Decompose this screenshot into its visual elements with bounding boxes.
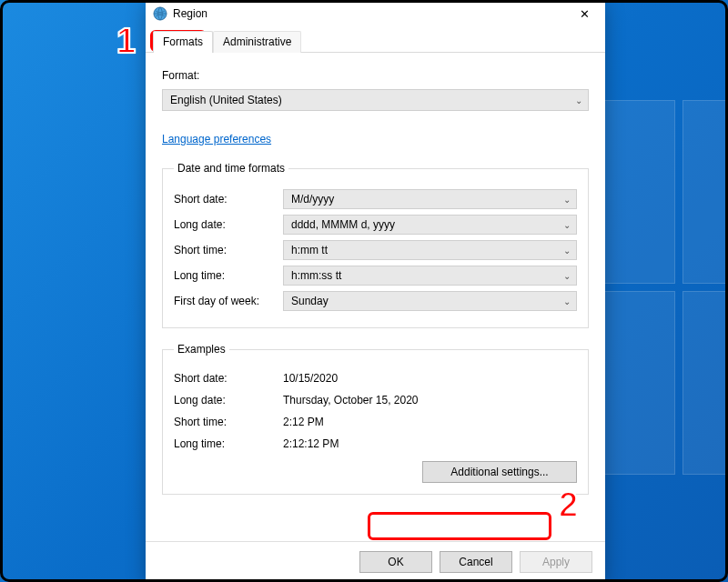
format-dropdown[interactable]: English (United States) ⌄ bbox=[162, 89, 589, 111]
globe-icon bbox=[153, 6, 167, 21]
tab-formats[interactable]: Formats bbox=[153, 31, 213, 53]
datetime-formats-group: Date and time formats Short date: M/d/yy… bbox=[162, 162, 589, 328]
short-time-label: Short time: bbox=[174, 244, 283, 256]
dialog-footer: OK Cancel Apply bbox=[146, 541, 605, 582]
chevron-down-icon: ⌄ bbox=[563, 246, 571, 256]
example-long-time-label: Long time: bbox=[174, 437, 283, 450]
example-short-time-value: 2:12 PM bbox=[283, 414, 577, 430]
example-long-date-label: Long date: bbox=[174, 394, 283, 406]
apply-button[interactable]: Apply bbox=[520, 551, 592, 573]
example-long-date-value: Thursday, October 15, 2020 bbox=[283, 392, 577, 408]
ok-button[interactable]: OK bbox=[359, 551, 432, 573]
example-short-time-label: Short time: bbox=[174, 416, 283, 428]
example-short-date-value: 10/15/2020 bbox=[283, 370, 577, 386]
chevron-down-icon: ⌄ bbox=[563, 220, 571, 230]
chevron-down-icon: ⌄ bbox=[575, 95, 582, 105]
region-dialog: Region ✕ Formats Administrative Format: … bbox=[146, 0, 605, 582]
titlebar: Region ✕ bbox=[146, 0, 605, 27]
window-title: Region bbox=[173, 7, 563, 20]
long-date-label: Long date: bbox=[174, 218, 283, 231]
example-short-date-label: Short date: bbox=[174, 372, 283, 385]
chevron-down-icon: ⌄ bbox=[563, 195, 571, 205]
examples-legend: Examples bbox=[174, 343, 229, 356]
examples-group: Examples Short date: 10/15/2020 Long dat… bbox=[162, 343, 589, 495]
long-time-value: h:mm:ss tt bbox=[291, 269, 341, 282]
cancel-button[interactable]: Cancel bbox=[440, 551, 512, 573]
short-date-label: Short date: bbox=[174, 193, 283, 206]
first-day-value: Sunday bbox=[291, 295, 329, 307]
long-date-value: dddd, MMMM d, yyyy bbox=[291, 218, 395, 231]
language-preferences-link[interactable]: Language preferences bbox=[162, 133, 589, 146]
format-value: English (United States) bbox=[170, 94, 282, 106]
long-time-dropdown[interactable]: h:mm:ss tt ⌄ bbox=[283, 266, 577, 286]
short-time-dropdown[interactable]: h:mm tt ⌄ bbox=[283, 240, 577, 260]
chevron-down-icon: ⌄ bbox=[563, 296, 571, 306]
tab-strip: Formats Administrative bbox=[146, 27, 605, 53]
dialog-body: Format: English (United States) ⌄ Langua… bbox=[146, 53, 605, 541]
datetime-formats-legend: Date and time formats bbox=[174, 162, 288, 175]
short-time-value: h:mm tt bbox=[291, 244, 328, 256]
additional-settings-button[interactable]: Additional settings... bbox=[422, 461, 577, 483]
short-date-dropdown[interactable]: M/d/yyyy ⌄ bbox=[283, 189, 577, 209]
chevron-down-icon: ⌄ bbox=[563, 271, 571, 281]
tab-administrative[interactable]: Administrative bbox=[213, 31, 301, 53]
short-date-value: M/d/yyyy bbox=[291, 193, 334, 206]
long-time-label: Long time: bbox=[174, 269, 283, 282]
first-day-label: First day of week: bbox=[174, 295, 283, 307]
close-button[interactable]: ✕ bbox=[563, 0, 605, 27]
close-icon: ✕ bbox=[580, 7, 590, 21]
long-date-dropdown[interactable]: dddd, MMMM d, yyyy ⌄ bbox=[283, 215, 577, 235]
format-label: Format: bbox=[162, 69, 589, 82]
example-long-time-value: 2:12:12 PM bbox=[283, 436, 577, 452]
first-day-dropdown[interactable]: Sunday ⌄ bbox=[283, 291, 577, 311]
